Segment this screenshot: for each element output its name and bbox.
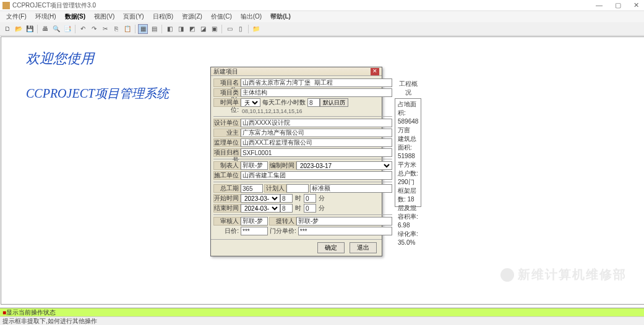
menu-file[interactable]: 文件(F)	[2, 12, 30, 22]
proj-name-input[interactable]	[241, 78, 392, 87]
undo-icon[interactable]: ↶	[78, 24, 88, 34]
label-create-date: 编制时间	[269, 161, 296, 170]
menu-value[interactable]: 价值(C)	[207, 12, 236, 22]
label-planner: 计划人	[264, 184, 286, 193]
menu-env[interactable]: 环境(H)	[32, 12, 60, 22]
menu-view[interactable]: 视图(V)	[90, 12, 118, 22]
save-icon[interactable]: 💾	[25, 24, 35, 34]
redo-icon[interactable]: ↷	[89, 24, 99, 34]
tool-d-icon[interactable]: ◨	[176, 24, 186, 34]
minimize-button[interactable]: —	[593, 1, 605, 9]
summary-line: 容积率: 6.98	[398, 213, 418, 230]
print-icon[interactable]: 🖶	[40, 24, 50, 34]
duration-input[interactable]	[241, 184, 263, 193]
label-constructor: 施工单位	[213, 171, 241, 180]
window-titlebar: CCPROJECT项目管理软件3.0 — ▢ ✕	[0, 0, 644, 11]
label-auditor: 审核人	[213, 217, 241, 226]
tool-h-icon[interactable]: ▭	[225, 24, 234, 34]
status-row1: ■显示当前操作状态	[0, 308, 644, 316]
status-row2: 提示框非提取下,如何进行其他操作	[0, 316, 644, 325]
welcome-text: 欢迎您使用 CCPROJECT项目管理系统	[26, 49, 169, 102]
auditor-input[interactable]	[241, 217, 268, 226]
menu-help[interactable]: 帮助(L)	[267, 12, 294, 22]
start-date-select[interactable]: 2023-03-17	[241, 194, 280, 203]
mhprice-input[interactable]	[298, 227, 392, 235]
owner-input[interactable]	[241, 129, 392, 137]
summary-box[interactable]: 占地面积: 589648万亩 建筑总面积: 51988平方米 总户数: 290门…	[395, 98, 421, 207]
label-supervise: 监理单位	[213, 138, 241, 147]
close-button[interactable]: ✕	[631, 1, 642, 9]
export-icon[interactable]: 📑	[62, 24, 72, 34]
hours-input[interactable]	[307, 98, 320, 107]
tool-i-icon[interactable]: ▯	[236, 24, 246, 34]
label-start: 开始时间	[213, 194, 241, 203]
workamt-input[interactable]	[310, 184, 392, 193]
proj-category-input[interactable]	[241, 88, 392, 97]
label-end: 结束时间	[213, 204, 241, 213]
toolbar: 🗋 📂 💾 🖶 🔍 📑 ↶ ↷ ✂ ⎘ 📋 ▦ ▤ ◧ ◨ ◩ ◪ ▣ ▭ ▯ …	[0, 22, 644, 36]
label-proj-name: 项目名称:	[213, 78, 241, 87]
welcome-line2: CCPROJECT项目管理系统	[26, 85, 169, 102]
creator-input[interactable]	[241, 161, 268, 170]
label-unitprice: 日价:	[213, 227, 241, 235]
tool-c-icon[interactable]: ◧	[165, 24, 174, 34]
menu-output[interactable]: 输出(O)	[237, 12, 265, 22]
supervise-input[interactable]	[241, 138, 392, 147]
end-date-select[interactable]: 2024-03-17	[241, 204, 280, 213]
menu-schedule[interactable]: 日程(B)	[149, 12, 177, 22]
new-icon[interactable]: 🗋	[2, 24, 12, 34]
dialog-close-icon[interactable]: ✕	[371, 68, 379, 75]
planner-input[interactable]	[286, 184, 309, 193]
menubar: 文件(F) 环境(H) 数据(S) 视图(V) 页面(Y) 日程(B) 资源(Z…	[0, 11, 644, 22]
folder-icon[interactable]: 📁	[251, 24, 261, 34]
maximize-button[interactable]: ▢	[612, 1, 624, 9]
tool-a-icon[interactable]: ▦	[138, 24, 148, 34]
tool-f-icon[interactable]: ◪	[198, 24, 208, 34]
archive-input[interactable]	[241, 148, 392, 157]
tool-e-icon[interactable]: ◩	[187, 24, 197, 34]
label-mhprice: 门分单价:	[268, 227, 298, 235]
preview-icon[interactable]: 🔍	[51, 24, 61, 34]
tool-b-icon[interactable]: ▤	[149, 24, 159, 34]
open-icon[interactable]: 📂	[14, 24, 24, 34]
summary-line: 总户数: 290门	[398, 169, 418, 187]
ok-button[interactable]: 确定	[317, 242, 345, 253]
welcome-line1: 欢迎您使用	[26, 49, 169, 68]
label-creator: 制表人	[213, 161, 241, 170]
menu-page[interactable]: 页面(Y)	[119, 12, 147, 22]
app-icon	[2, 2, 10, 9]
summary-line: 框架层数: 18层及混	[398, 187, 418, 213]
start-min[interactable]	[304, 194, 316, 203]
menu-data[interactable]: 数据(S)	[61, 12, 89, 22]
workspace: 欢迎您使用 CCPROJECT项目管理系统 新建项目 ✕ 项目名称: 项目类别:	[1, 36, 644, 305]
end-hour[interactable]	[280, 204, 293, 213]
copy-icon[interactable]: ⎘	[111, 24, 121, 34]
paste-icon[interactable]: 📋	[122, 24, 132, 34]
dialog-titlebar[interactable]: 新建项目 ✕	[211, 67, 382, 76]
time-unit-select[interactable]: 天	[241, 98, 260, 107]
default-cal-button[interactable]: 默认日历	[320, 98, 348, 107]
label-design: 设计单位	[213, 119, 241, 127]
start-hour[interactable]	[280, 194, 293, 203]
unitprice-input[interactable]	[241, 227, 268, 235]
label-owner: 业主	[213, 129, 241, 137]
create-date-select[interactable]: 2023-03-17	[296, 161, 392, 170]
end-min[interactable]	[304, 204, 316, 213]
wechat-icon	[500, 268, 514, 282]
constructor-input[interactable]	[241, 171, 392, 180]
design-unit-input[interactable]	[241, 119, 392, 127]
new-project-dialog: 新建项目 ✕ 项目名称: 项目类别: 时间单位: 天	[210, 67, 382, 256]
cut-icon[interactable]: ✂	[100, 24, 110, 34]
watermark: 新维计算机维修部	[500, 266, 627, 283]
summary-line: 建筑总面积: 51988平方米	[398, 135, 418, 169]
summary-title: 工程概况	[395, 78, 421, 98]
note-days: 08,10,11,12,13,14,15,16	[213, 108, 392, 114]
label-hours: 每天工作小时数	[260, 98, 307, 107]
approver-input[interactable]	[296, 217, 392, 226]
label-approver: 提转人	[269, 217, 296, 226]
menu-resource[interactable]: 资源(Z)	[178, 12, 206, 22]
tool-g-icon[interactable]: ▣	[209, 24, 219, 34]
label-duration: 总工期	[213, 184, 241, 193]
label-archive: 项目归档号	[213, 148, 241, 157]
cancel-button[interactable]: 退出	[350, 242, 377, 253]
